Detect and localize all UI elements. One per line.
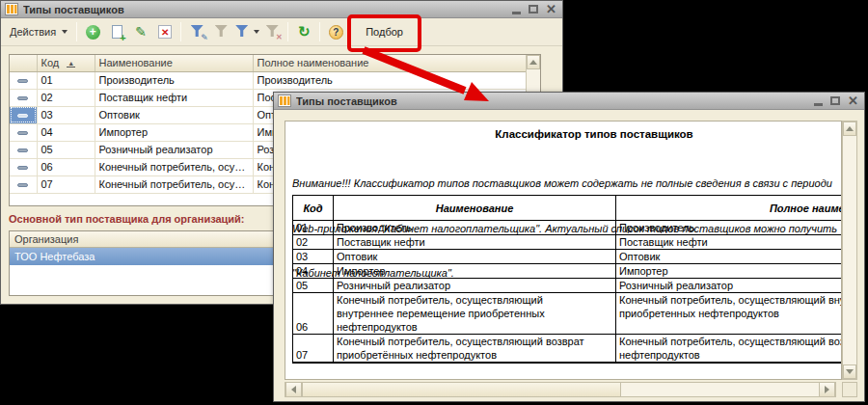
filter-clear-icon: [264, 25, 281, 39]
classifier-document: Классификатор типов поставщиков Внимание…: [285, 121, 842, 380]
scrollbar-track[interactable]: [621, 383, 819, 396]
cell-code[interactable]: 02: [293, 235, 334, 250]
help-icon: [329, 25, 343, 40]
cell-code[interactable]: 07: [37, 176, 95, 193]
close-button[interactable]: ✕: [848, 94, 858, 107]
row-marker-cell-selected[interactable]: [10, 106, 37, 123]
filter-menu-icon: [233, 25, 250, 39]
scroll-up-button[interactable]: [843, 122, 856, 136]
column-header-fullname: Полное наименование: [616, 196, 843, 221]
toolbar: Действия Подбор: [1, 18, 562, 46]
cell-fullname[interactable]: Поставщик нефти: [616, 235, 843, 250]
vertical-scrollbar[interactable]: [842, 121, 857, 380]
refresh-button[interactable]: [292, 20, 315, 43]
cell-code[interactable]: 03: [293, 250, 334, 264]
table-row[interactable]: 04 Импортер Импортер: [293, 264, 843, 279]
cell-name[interactable]: Конечный потребитель, осуществляющий воз…: [95, 176, 253, 193]
cell-name[interactable]: Конечный потребитель, осуществляющий воз…: [334, 335, 616, 364]
refresh-icon: [298, 23, 311, 40]
cell-name[interactable]: Конечный потребитель, осуществляющий вну…: [334, 293, 616, 335]
cell-fullname[interactable]: Импортер: [616, 264, 843, 279]
help-button[interactable]: [324, 20, 347, 43]
row-marker-cell[interactable]: [10, 158, 37, 176]
row-marker-cell[interactable]: [10, 89, 37, 106]
titlebar: Типы поставщиков ✕: [274, 93, 864, 110]
cell-code[interactable]: 05: [293, 279, 334, 293]
cell-name[interactable]: Импортер: [95, 123, 253, 141]
maximize-button[interactable]: [529, 5, 538, 14]
cell-name[interactable]: Производитель: [334, 221, 616, 235]
cell-fullname[interactable]: Конечный потребитель, осуществляющий воз…: [616, 335, 843, 364]
table-row[interactable]: 01 Производитель Производитель: [10, 71, 526, 89]
toolbar-separator: [319, 22, 320, 41]
cell-name[interactable]: Производитель: [95, 71, 253, 89]
add-button[interactable]: [81, 20, 104, 43]
cell-fullname[interactable]: Производитель: [616, 221, 843, 235]
maximize-button[interactable]: [830, 96, 840, 105]
cell-name[interactable]: Поставщик нефти: [334, 235, 616, 250]
cell-name[interactable]: Розничный реализатор: [334, 279, 616, 293]
table-row[interactable]: 06 Конечный потребитель, осуществляющий …: [293, 293, 843, 335]
row-marker-cell[interactable]: [10, 71, 37, 89]
minimize-button[interactable]: [814, 103, 823, 106]
cell-name[interactable]: Оптовик: [334, 250, 616, 264]
scroll-down-button[interactable]: [843, 364, 856, 379]
row-marker-cell[interactable]: [10, 176, 37, 193]
scroll-up-button[interactable]: [527, 55, 540, 69]
cell-code[interactable]: 02: [37, 89, 95, 106]
arrow-right-icon: [825, 386, 829, 393]
podbor-button[interactable]: Подбор: [354, 20, 415, 43]
cell-code[interactable]: 06: [37, 158, 95, 176]
filter-by-value-button[interactable]: [209, 20, 232, 43]
actions-menu-button[interactable]: Действия: [5, 20, 72, 43]
table-row[interactable]: 01 Производитель Производитель: [293, 221, 843, 235]
filter-settings-button[interactable]: [185, 20, 208, 43]
cell-code[interactable]: 04: [37, 123, 95, 141]
cell-name[interactable]: Поставщик нефти: [95, 89, 253, 106]
delete-button[interactable]: [153, 20, 176, 43]
copy-button[interactable]: [105, 20, 128, 43]
table-row[interactable]: 03 Оптовик Оптовик: [293, 250, 843, 264]
cell-code[interactable]: 01: [37, 71, 95, 89]
cell-fullname[interactable]: Розничный реализатор: [616, 279, 843, 293]
cell-code[interactable]: 03: [37, 106, 95, 123]
delete-icon: [158, 25, 172, 39]
item-dash-icon: [17, 96, 28, 100]
scrollbar-thumb[interactable]: [302, 383, 621, 396]
item-dash-icon: [17, 166, 28, 170]
scroll-left-button[interactable]: [285, 383, 302, 396]
column-header-fullname[interactable]: Полное наименование: [253, 55, 526, 71]
filter-by-value-icon: [213, 25, 230, 39]
cell-code[interactable]: 01: [293, 221, 334, 235]
cell-code[interactable]: 04: [293, 264, 334, 279]
cell-code[interactable]: 05: [37, 141, 95, 158]
table-row[interactable]: 02 Поставщик нефти Поставщик нефти: [293, 235, 843, 250]
cell-name[interactable]: Импортер: [334, 264, 616, 279]
cell-name[interactable]: Оптовик: [95, 106, 253, 123]
table-row[interactable]: 05 Розничный реализатор Розничный реализ…: [293, 279, 843, 293]
close-button[interactable]: ✕: [546, 3, 556, 15]
column-header-name[interactable]: Наименование: [95, 55, 253, 71]
cell-fullname[interactable]: Производитель: [253, 71, 526, 89]
table-row[interactable]: 07 Конечный потребитель, осуществляющий …: [293, 335, 843, 364]
arrow-down-icon: [846, 369, 854, 374]
filter-clear-button[interactable]: [260, 20, 284, 43]
cell-code[interactable]: 07: [293, 335, 334, 364]
actions-label: Действия: [10, 26, 56, 38]
horizontal-scrollbar[interactable]: [285, 382, 836, 397]
cell-code[interactable]: 06: [293, 293, 334, 335]
row-marker-cell[interactable]: [10, 123, 37, 141]
edit-button[interactable]: [129, 20, 152, 43]
minimize-button[interactable]: [512, 12, 521, 14]
item-dash-icon: [17, 131, 28, 135]
window-icon: [5, 3, 18, 15]
column-header-code[interactable]: Код▲: [37, 55, 95, 71]
cell-fullname[interactable]: Конечный потребитель, осуществляющий вну…: [616, 293, 843, 335]
row-marker-cell[interactable]: [10, 141, 37, 158]
cell-fullname[interactable]: Оптовик: [616, 250, 843, 264]
cell-name[interactable]: Конечный потребитель, осуществляющий вну…: [95, 158, 253, 176]
column-header-marker[interactable]: [10, 55, 37, 71]
scroll-right-button[interactable]: [819, 383, 835, 396]
cell-name[interactable]: Розничный реализатор: [95, 141, 253, 158]
filter-menu-button[interactable]: [233, 20, 259, 43]
